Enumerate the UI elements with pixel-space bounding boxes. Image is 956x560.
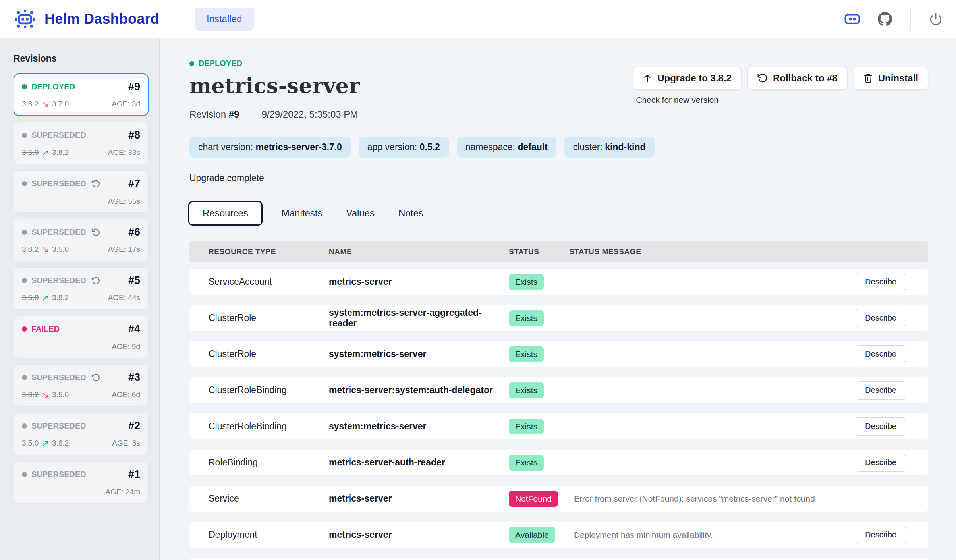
revision-age: AGE: 24m (105, 488, 140, 496)
resources-table: RESOURCE TYPENAMESTATUSSTATUS MESSAGE Se… (189, 241, 928, 560)
new-version: 3.5.0 (52, 245, 69, 254)
resource-type-cell: ClusterRoleBinding (209, 421, 329, 432)
rollback-button[interactable]: Rollback to #8 (747, 67, 848, 90)
revision-card[interactable]: SUPERSEDED #5 3.5.0 ↗ 3.8.2 AGE: 44s (14, 267, 149, 310)
tab-notes[interactable]: Notes (394, 201, 428, 225)
describe-button[interactable]: Describe (856, 273, 906, 291)
describe-button[interactable]: Describe (856, 309, 906, 327)
revision-number: #4 (128, 323, 140, 335)
github-icon[interactable] (878, 12, 892, 26)
revision-number: #7 (128, 178, 140, 190)
trash-icon (863, 73, 873, 83)
rollback-arrows-icon (757, 73, 768, 83)
rollback-circle-icon (91, 276, 100, 285)
column-header: NAME (329, 247, 509, 256)
revision-version-change: 3.8.2 ↘ 3.7.0 (22, 99, 69, 109)
describe-button[interactable]: Describe (856, 381, 906, 400)
describe-button[interactable]: Describe (856, 454, 906, 472)
revision-card[interactable]: SUPERSEDED #1 AGE: 24m (14, 461, 149, 504)
revision-number: #6 (128, 226, 140, 238)
tab-values[interactable]: Values (341, 201, 379, 225)
revision-status-label: FAILED (31, 324, 60, 334)
info-badge: cluster: kind-kind (564, 137, 655, 158)
resource-name-cell: system:metrics-server-aggregated-reader (329, 307, 509, 329)
table-body: ServiceAccount metrics-server Exists Des… (189, 269, 928, 560)
resource-name-cell: metrics-server-auth-reader (329, 457, 509, 468)
top-navbar: Helm Dashboard Installed (0, 0, 956, 38)
resource-type-cell: ServiceAccount (209, 276, 329, 287)
version-direction-arrow-icon: ↗ (42, 148, 49, 157)
check-new-version-link[interactable]: Check for new version (636, 95, 718, 105)
rollback-circle-icon (91, 373, 100, 382)
revision-card[interactable]: SUPERSEDED #7 AGE: 55s (14, 170, 149, 213)
tab-resources[interactable]: Resources (188, 201, 263, 226)
revision-card[interactable]: SUPERSEDED #2 3.5.0 ↗ 3.8.2 AGE: 8s (14, 413, 149, 455)
tab-installed[interactable]: Installed (195, 8, 254, 31)
old-version: 3.5.0 (22, 294, 39, 302)
revision-card[interactable]: SUPERSEDED #3 3.8.2 ↘ 3.5.0 AGE: 6d (14, 364, 149, 407)
status-badge: Available (509, 527, 555, 543)
revision-status-dot (22, 84, 27, 89)
table-row: APIService v1beta1.metrics.k8s.io NotAva… (189, 558, 928, 560)
status-badge: Exists (509, 382, 544, 398)
revision-version-change: 3.5.0 ↗ 3.8.2 (22, 438, 69, 448)
table-row: ClusterRoleBinding system:metrics-server… (189, 413, 928, 439)
revision-status-label: SUPERSEDED (31, 179, 86, 188)
revision-number: #9 (128, 81, 140, 93)
status-message-cell: Deployment has minimum availability. (569, 530, 838, 540)
nav-right-icons (844, 8, 942, 31)
version-direction-arrow-icon: ↗ (42, 293, 49, 303)
resource-type-cell: ClusterRoleBinding (209, 385, 329, 396)
revision-status-label: DEPLOYED (31, 82, 75, 91)
revision-card[interactable]: FAILED #4 AGE: 9d (14, 316, 149, 358)
resource-name-cell: system:metrics-server (329, 349, 509, 359)
status-badge: Exists (509, 274, 544, 290)
revision-card[interactable]: DEPLOYED #9 3.8.2 ↘ 3.7.0 AGE: 3d (14, 73, 149, 116)
revision-number: #5 (128, 274, 140, 287)
brand: Helm Dashboard (14, 8, 159, 31)
revision-status-dot (22, 423, 27, 429)
revision-version-change: 3.5.0 ↗ 3.8.2 (22, 293, 69, 303)
revision-age: AGE: 55s (108, 197, 140, 206)
status-badge: NotFound (509, 491, 558, 507)
revision-age: AGE: 6d (112, 390, 140, 399)
describe-button[interactable]: Describe (856, 345, 906, 363)
describe-button[interactable]: Describe (856, 417, 906, 436)
resource-name-cell: metrics-server (329, 493, 509, 504)
revision-version-change: 3.8.2 ↘ 3.5.0 (22, 245, 69, 254)
tab-manifests[interactable]: Manifests (277, 201, 327, 225)
revision-age: AGE: 33s (108, 148, 140, 157)
old-version: 3.5.0 (22, 439, 39, 448)
revision-status-dot (22, 181, 27, 186)
revision-card[interactable]: SUPERSEDED #8 3.5.0 ↗ 3.8.2 AGE: 33s (14, 122, 149, 164)
revision-line: Revision #9 9/29/2022, 5:35:03 PM (189, 109, 928, 120)
nav-divider (177, 8, 177, 31)
robot-face-icon[interactable] (844, 13, 860, 25)
revision-list: DEPLOYED #9 3.8.2 ↘ 3.7.0 AGE: 3d SUPERS… (14, 73, 148, 504)
revisions-sidebar: Revisions DEPLOYED #9 3.8.2 ↘ 3.7.0 AGE:… (0, 38, 160, 560)
version-direction-arrow-icon: ↗ (42, 438, 49, 448)
table-row: ServiceAccount metrics-server Exists Des… (189, 269, 928, 295)
revision-status-label: SUPERSEDED (31, 276, 86, 285)
table-header: RESOURCE TYPENAMESTATUSSTATUS MESSAGE (189, 241, 928, 262)
new-version: 3.7.0 (52, 100, 69, 108)
revision-status-dot (22, 326, 27, 332)
revision-age: AGE: 8s (112, 439, 140, 448)
nav-divider (910, 8, 911, 31)
old-version: 3.8.2 (22, 245, 39, 254)
revision-age: AGE: 9d (112, 342, 140, 351)
uninstall-button[interactable]: Uninstall (854, 67, 928, 90)
helm-dashboard-logo-icon (14, 8, 37, 31)
status-badge: Exists (509, 419, 544, 434)
release-tabs: ResourcesManifestsValuesNotes (188, 201, 928, 226)
release-actions: Upgrade to 3.8.2 Rollback to #8 Uninstal… (633, 67, 928, 105)
version-direction-arrow-icon: ↘ (42, 245, 49, 254)
power-icon[interactable] (929, 12, 942, 26)
upgrade-button[interactable]: Upgrade to 3.8.2 (633, 67, 742, 90)
revision-card[interactable]: SUPERSEDED #6 3.8.2 ↘ 3.5.0 AGE: 17s (14, 219, 149, 261)
revision-status-dot (22, 133, 27, 138)
table-row: ClusterRole system:metrics-server Exists… (189, 341, 928, 367)
revision-status-label: SUPERSEDED (31, 421, 86, 431)
info-badge: chart version: metrics-server-3.7.0 (189, 137, 351, 158)
describe-button[interactable]: Describe (856, 526, 906, 544)
